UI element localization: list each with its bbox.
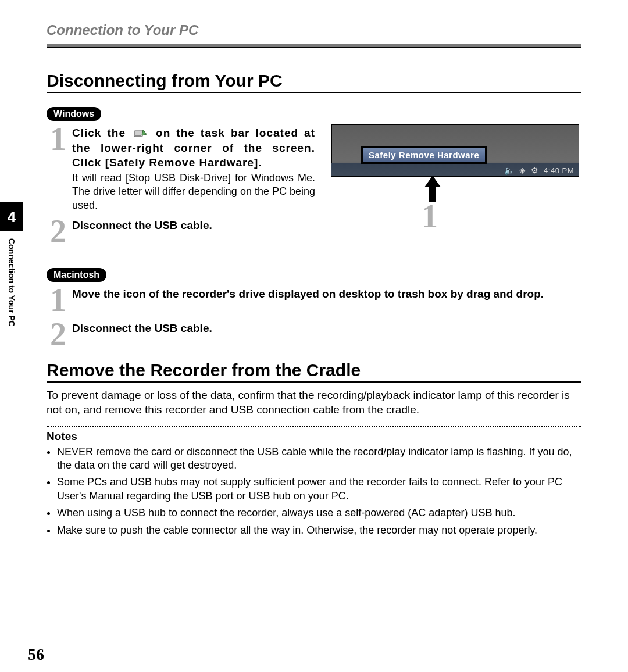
tray-clock: 4:40 PM [544,166,574,175]
svg-rect-1 [135,135,141,137]
step-2-text: Disconnect the USB cable. [72,218,315,233]
mac-step-1: 1 Move the icon of the recorder's drive … [47,285,581,314]
mac-step-1-text: Move the icon of the recorder's drive di… [72,287,581,302]
tray-diamond-icon: ◈ [519,166,527,175]
notes-list: NEVER remove the card or disconnect the … [47,445,581,537]
mac-step-2-text: Disconnect the USB cable. [72,321,581,336]
windows-step-1: 1 Click the on the task bar located at t… [47,124,315,212]
section-title-disconnecting: Disconnecting from Your PC [47,71,581,93]
tray-network-icon: ⚙ [531,166,540,175]
running-header: Connection to Your PC [47,22,581,38]
step-number: 2 [47,217,70,246]
note-item: Some PCs and USB hubs may not supply suf… [57,476,581,503]
windows-pill: Windows [47,107,101,121]
step-number: 1 [47,124,70,153]
note-item: When using a USB hub to connect the reco… [57,506,581,520]
chapter-side-label: Connection to Your PC [7,238,16,327]
section-title-remove-cradle: Remove the Recorder from the Cradle [47,360,581,383]
step-1-text: Click the on the task bar located at the… [72,126,315,170]
taskbar-screenshot: Safely Remove Hardware 🔈 ◈ ⚙ 4:40 PM [331,124,579,177]
chapter-number-tab: 4 [0,202,23,231]
notes-heading: Notes [47,430,581,443]
chapter-tab: 4 Connection to Your PC [0,202,23,327]
tray-volume-icon: 🔈 [504,166,516,175]
figure-callout-number: 1 [422,200,581,233]
header-rule [47,44,581,48]
safely-remove-tray-icon [134,127,148,140]
windows-step-2: 2 Disconnect the USB cable. [47,217,315,246]
mac-step-2: 2 Disconnect the USB cable. [47,320,581,349]
note-item: Make sure to push the cable connector al… [57,524,581,537]
step-number: 1 [47,285,70,314]
dotted-divider [47,426,581,427]
step-1-text-a: Click the [72,127,126,139]
safely-remove-tooltip: Safely Remove Hardware [361,146,487,164]
callout-arrow-up-icon [423,176,581,202]
remove-cradle-body: To prevent damage or loss of the data, c… [47,388,581,417]
system-tray: 🔈 ◈ ⚙ 4:40 PM [504,166,574,175]
step-number: 2 [47,320,70,349]
step-1-desc: It will read [Stop USB Disk-Drive] for W… [72,171,315,212]
note-item: NEVER remove the card or disconnect the … [57,445,581,473]
macintosh-pill: Macintosh [47,268,106,282]
